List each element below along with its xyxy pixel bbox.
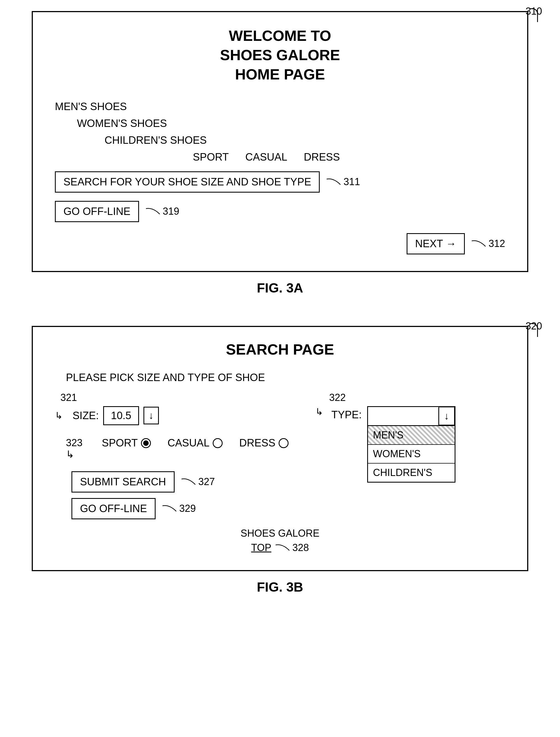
shoe-type-casual[interactable]: CASUAL bbox=[245, 151, 287, 163]
size-type-row: 321 ↳ SIZE: ↓ 322 bbox=[55, 392, 505, 426]
ref-311-group: 311 bbox=[325, 176, 360, 188]
ref-312: 312 bbox=[489, 238, 505, 249]
ref-321-hook: ↳ bbox=[55, 410, 63, 421]
ref-312-curve bbox=[470, 238, 487, 249]
fig3a-label: FIG. 3A bbox=[257, 280, 303, 296]
type-dropdown[interactable]: ↓ MEN'S WOMEN'S CHILDREN'S bbox=[367, 406, 455, 426]
type-option-childrens[interactable]: CHILDREN'S bbox=[368, 464, 455, 482]
ref-327-group: 327 bbox=[180, 476, 215, 488]
search-page-title: SEARCH PAGE bbox=[55, 341, 505, 358]
ref-322-hook: ↳ bbox=[315, 406, 323, 417]
ref-321-num: 321 bbox=[60, 392, 77, 403]
shoes-galore-section: SHOES GALORE TOP 328 bbox=[55, 528, 505, 554]
offline-row: GO OFF-LINE 319 bbox=[55, 201, 505, 222]
go-offline-button-3b[interactable]: GO OFF-LINE bbox=[71, 498, 156, 519]
ref-319-curve bbox=[145, 206, 161, 217]
type-section-wrapper: 322 ↳ TYPE: ↓ MEN'S WOMEN'S bbox=[321, 392, 483, 426]
ref-329: 329 bbox=[179, 503, 196, 514]
ref-322-row: 322 bbox=[329, 392, 483, 403]
fig3b-label: FIG. 3B bbox=[257, 579, 303, 595]
radio-sport-circle[interactable] bbox=[141, 438, 151, 448]
ref-328-curve bbox=[274, 542, 291, 553]
go-offline-button[interactable]: GO OFF-LINE bbox=[55, 201, 139, 222]
ref-321-row: 321 bbox=[60, 392, 159, 403]
ref-319-group: 319 bbox=[145, 206, 179, 217]
submit-search-button[interactable]: SUBMIT SEARCH bbox=[71, 471, 175, 493]
next-row: NEXT → 312 bbox=[55, 233, 505, 254]
type-label: TYPE: bbox=[331, 409, 362, 421]
ref-329-group: 329 bbox=[161, 503, 196, 514]
ref-322-num: 322 bbox=[329, 392, 346, 403]
ref-329-curve bbox=[161, 503, 178, 514]
ref-319: 319 bbox=[163, 206, 179, 217]
next-button[interactable]: NEXT → bbox=[407, 233, 465, 254]
radio-casual-label: CASUAL bbox=[167, 437, 209, 449]
type-dropdown-button[interactable]: ↓ bbox=[438, 407, 455, 425]
radio-sport[interactable]: SPORT bbox=[102, 437, 151, 449]
fig3b-page-box: SEARCH PAGE PLEASE PICK SIZE AND TYPE OF… bbox=[32, 326, 528, 571]
top-link[interactable]: TOP bbox=[251, 542, 271, 554]
type-section: ↳ TYPE: ↓ MEN'S WOMEN'S CHILDREN'S bbox=[321, 406, 455, 426]
type-option-mens[interactable]: MEN'S bbox=[368, 426, 455, 445]
ref-327-curve bbox=[180, 476, 197, 487]
womens-shoes-link[interactable]: WOMEN'S SHOES bbox=[77, 118, 505, 129]
ref-323-num: 323 bbox=[66, 437, 82, 449]
ref-327: 327 bbox=[198, 476, 215, 488]
size-dropdown-arrow[interactable]: ↓ bbox=[143, 407, 159, 424]
radio-sport-label: SPORT bbox=[102, 437, 138, 449]
type-dropdown-top: ↓ bbox=[367, 406, 455, 426]
search-button[interactable]: SEARCH FOR YOUR SHOE SIZE AND SHOE TYPE bbox=[55, 171, 320, 193]
radio-casual-circle[interactable] bbox=[213, 438, 223, 448]
size-label: SIZE: bbox=[73, 410, 99, 422]
radio-dress-label: DRESS bbox=[239, 437, 275, 449]
radio-row: SPORT CASUAL DRESS bbox=[102, 437, 289, 449]
shoes-galore-text: SHOES GALORE bbox=[55, 528, 505, 539]
radio-dress-circle[interactable] bbox=[279, 438, 289, 448]
shoe-type-sport[interactable]: SPORT bbox=[193, 151, 229, 163]
radio-dress[interactable]: DRESS bbox=[239, 437, 289, 449]
ref-311-curve bbox=[325, 176, 342, 187]
figure-3a: 310 WELCOME TO SHOES GALORE HOME PAGE ME… bbox=[17, 11, 543, 309]
ref-311: 311 bbox=[343, 176, 360, 188]
pick-size-text: PLEASE PICK SIZE AND TYPE OF SHOE bbox=[66, 372, 505, 384]
fig3a-title: WELCOME TO SHOES GALORE HOME PAGE bbox=[55, 26, 505, 84]
type-option-womens[interactable]: WOMEN'S bbox=[368, 445, 455, 464]
shoe-types-row: SPORT CASUAL DRESS bbox=[193, 151, 505, 163]
mens-shoes-link[interactable]: MEN'S SHOES bbox=[55, 101, 505, 113]
ref-323-hook: ↳ bbox=[66, 449, 82, 460]
size-section-wrapper: 321 ↳ SIZE: ↓ bbox=[55, 392, 159, 425]
top-link-row: TOP 328 bbox=[55, 542, 505, 554]
offline-row-3b: GO OFF-LINE 329 bbox=[71, 498, 505, 519]
figure-3b: 320 SEARCH PAGE PLEASE PICK SIZE AND TYP… bbox=[17, 326, 543, 608]
radio-casual[interactable]: CASUAL bbox=[167, 437, 223, 449]
type-dropdown-input-area bbox=[368, 407, 438, 425]
ref-328: 328 bbox=[292, 542, 309, 554]
ref-312-group: 312 bbox=[470, 238, 505, 249]
size-input[interactable] bbox=[103, 406, 139, 425]
childrens-shoes-link[interactable]: CHILDREN'S SHOES bbox=[105, 134, 505, 146]
ref-323-group: 323 ↳ bbox=[66, 437, 82, 460]
type-dropdown-list: MEN'S WOMEN'S CHILDREN'S bbox=[367, 426, 455, 483]
size-section: ↳ SIZE: ↓ bbox=[71, 406, 159, 425]
fig3a-page-box: WELCOME TO SHOES GALORE HOME PAGE MEN'S … bbox=[32, 11, 528, 272]
search-row: SEARCH FOR YOUR SHOE SIZE AND SHOE TYPE … bbox=[55, 171, 505, 193]
shoe-type-dress[interactable]: DRESS bbox=[304, 151, 340, 163]
ref-328-group: 328 bbox=[274, 542, 309, 554]
